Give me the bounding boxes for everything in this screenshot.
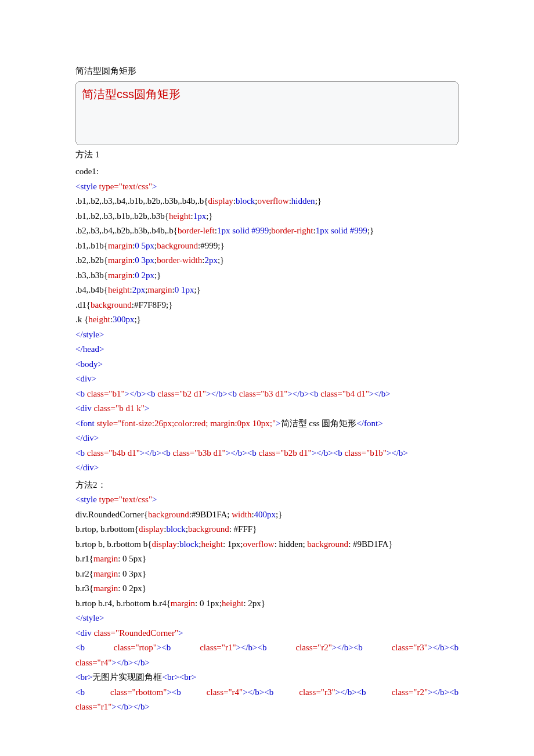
code-line: </div>: [75, 460, 459, 476]
code-line: .b1,.b2,.b3,.b4,.b1b,.b2b,.b3b,.b4b,.b{d…: [75, 194, 459, 209]
code-line: </style>: [75, 611, 459, 626]
code-line: .b3,.b3b{margin:0 2px;}: [75, 268, 459, 283]
code-line: <b class="b4b d1"></b><b class="b3b d1">…: [75, 446, 459, 461]
code-line: .b2,.b2b{margin:0 3px;border-width:2px;}: [75, 253, 459, 268]
code-line: b.r3{margin: 0 2px}: [75, 581, 459, 596]
code-line: <style type="text/css">: [75, 492, 459, 507]
code-line: <style type="text/css">: [75, 179, 459, 195]
code-line: b.rtop, b.rbottom{display:block;backgrou…: [75, 522, 459, 537]
box-text-a: 简洁型: [82, 88, 117, 100]
box-text-b: 圆角矩形: [134, 88, 181, 100]
code-line: b.r2{margin: 0 3px}: [75, 567, 459, 582]
code-line: div.RoundedCorner{background:#9BD1FA; wi…: [75, 507, 459, 523]
box-text: 简洁型css圆角矩形: [82, 88, 181, 100]
page-title: 简洁型圆角矩形: [75, 64, 459, 79]
code-line: .b2,.b3,.b4,.b2b,.b3b,.b4b,.b{border-lef…: [75, 224, 459, 239]
code-line: <div class="b d1 k">: [75, 401, 459, 416]
code-line: class="r1"></b></b>: [75, 700, 459, 715]
code-line: .b1,.b2,.b3,.b1b,.b2b,.b3b{height:1px;}: [75, 209, 459, 224]
code-line: .k {height:300px;}: [75, 312, 459, 327]
code-line: <div class="RoundedCorner">: [75, 626, 459, 641]
code-line: .d1{background:#F7F8F9;}: [75, 298, 459, 313]
rounded-box-demo: 简洁型css圆角矩形: [75, 81, 459, 145]
code-line: </div>: [75, 431, 459, 446]
code-line: <b class="rtop"><b class="r1"></b><b cla…: [75, 640, 459, 656]
code-line: b.r1{margin: 0 5px}: [75, 552, 459, 567]
code-line: <br>无图片实现圆角框<br><br>: [75, 670, 459, 685]
code-line: b.rtop b, b.rbottom b{display:block;heig…: [75, 537, 459, 552]
code-line: .b1,.b1b{margin:0 5px;background:#999;}: [75, 239, 459, 254]
code1-label: code1:: [75, 164, 459, 179]
code-line: <div>: [75, 372, 459, 387]
code-line: b.rtop b.r4, b.rbottom b.r4{margin: 0 1p…: [75, 596, 459, 611]
code-line: </style>: [75, 327, 459, 343]
code-line: <font style="font-size:26px;color:red; m…: [75, 416, 459, 431]
code-line: <b class="b1"></b><b class="b2 d1"></b><…: [75, 387, 459, 402]
method1-label: 方法 1: [75, 147, 459, 163]
box-text-css: css: [117, 88, 134, 100]
code-line: .b4,.b4b{height:2px;margin:0 1px;}: [75, 283, 459, 298]
method2-label: 方法2：: [75, 478, 459, 493]
code-line: <b class="rbottom"><b class="r4"></b><b …: [75, 685, 459, 700]
code-line: class="r4"></b></b>: [75, 656, 459, 671]
code-line: <body>: [75, 357, 459, 372]
document-page: 简洁型圆角矩形 简洁型css圆角矩形 方法 1 code1: <style ty…: [0, 0, 534, 750]
code-line: </head>: [75, 342, 459, 357]
